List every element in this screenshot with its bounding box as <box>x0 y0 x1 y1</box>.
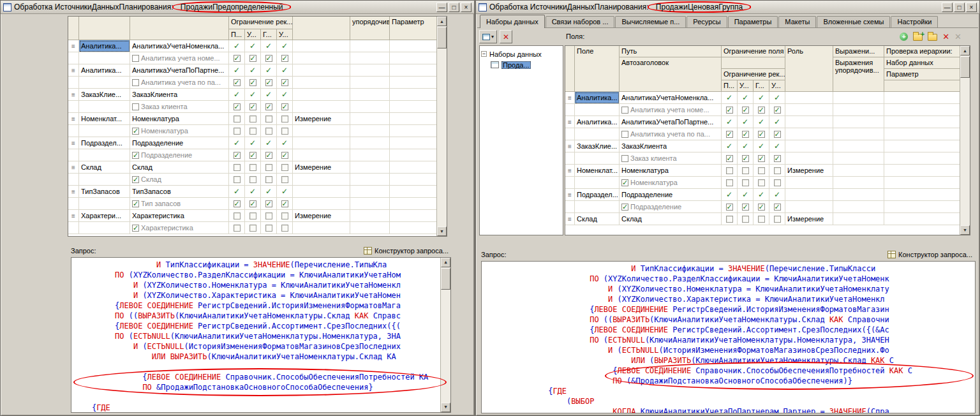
order-expression-cell[interactable] <box>350 161 390 174</box>
query-builder-link[interactable]: Конструктор запроса... <box>887 251 972 258</box>
order-expression-cell[interactable] <box>833 92 884 104</box>
restriction-checkbox[interactable]: ✓ <box>277 186 293 198</box>
order-expression-cell[interactable] <box>833 128 884 140</box>
parameter-cell[interactable] <box>390 89 436 101</box>
restriction-checkbox[interactable]: ✓ <box>754 140 769 152</box>
restriction-checkbox[interactable]: ✓ <box>261 89 277 101</box>
field-row[interactable]: ≡СкладСкладИзмерение <box>68 161 436 174</box>
restriction-checkbox[interactable] <box>722 165 738 177</box>
parameter-cell[interactable] <box>884 128 960 140</box>
restriction-checkbox[interactable]: ✓ <box>722 140 738 152</box>
restriction-checkbox[interactable]: ✓ <box>754 152 769 165</box>
restriction-checkbox[interactable]: ✓ <box>277 77 293 89</box>
restriction-checkbox[interactable]: ✓ <box>229 52 245 64</box>
restriction-checkbox[interactable]: ✓ <box>229 77 245 89</box>
restriction-checkbox[interactable] <box>769 165 785 177</box>
restriction-checkbox[interactable] <box>261 125 277 137</box>
autotitle-checkbox[interactable]: ✓ <box>621 204 628 211</box>
path-cell[interactable]: АналитикаУчетаПоПартне... <box>130 64 229 77</box>
parameter-cell[interactable] <box>390 64 436 77</box>
path-cell[interactable]: АналитикаУчетаНоменкла... <box>130 40 229 52</box>
restriction-checkbox[interactable]: ✓ <box>722 92 738 104</box>
restriction-checkbox[interactable]: ✓ <box>754 201 769 213</box>
field-name-cell[interactable] <box>575 201 620 213</box>
parameter-cell[interactable] <box>884 104 960 116</box>
restriction-checkbox[interactable] <box>277 174 293 186</box>
autotitle-row[interactable]: ✓Подразделение✓✓✓✓ <box>68 149 436 161</box>
restriction-checkbox[interactable]: ✓ <box>277 89 293 101</box>
restriction-checkbox[interactable]: ✓ <box>245 198 261 210</box>
field-name-cell[interactable]: Аналитика... <box>575 92 620 104</box>
restriction-checkbox[interactable]: ✓ <box>754 189 769 201</box>
path-cell[interactable]: Подразделение <box>130 137 229 149</box>
field-name-cell[interactable] <box>79 125 130 137</box>
order-expression-cell[interactable] <box>350 64 390 77</box>
restriction-checkbox[interactable]: ✓ <box>769 92 785 104</box>
field-name-cell[interactable] <box>79 222 130 234</box>
restriction-checkbox[interactable]: ✓ <box>738 189 754 201</box>
minimize-button[interactable]: — <box>942 3 953 12</box>
restriction-checkbox[interactable]: ✓ <box>722 116 738 128</box>
field-name-cell[interactable] <box>575 104 620 116</box>
restriction-checkbox[interactable]: ✓ <box>261 64 277 77</box>
table-scrollbar[interactable]: ▲ ▼ <box>960 46 970 235</box>
restriction-checkbox[interactable]: ✓ <box>245 101 261 113</box>
parameter-cell[interactable] <box>884 92 960 104</box>
autotitle-cell[interactable]: ✓Номенклатура <box>130 125 229 137</box>
path-cell[interactable]: Подразделение <box>620 189 722 201</box>
path-cell[interactable]: АналитикаУчетаПоПартне... <box>620 116 722 128</box>
restriction-checkbox[interactable] <box>245 174 261 186</box>
restriction-checkbox[interactable]: ✓ <box>722 189 738 201</box>
order-expression-cell[interactable] <box>350 210 390 222</box>
restriction-checkbox[interactable] <box>245 113 261 125</box>
parameter-cell[interactable] <box>390 101 436 113</box>
order-expression-cell[interactable] <box>833 104 884 116</box>
order-expression-cell[interactable] <box>350 113 390 125</box>
restriction-checkbox[interactable]: ✓ <box>769 189 785 201</box>
role-cell[interactable]: Измерение <box>785 213 833 225</box>
parameter-cell[interactable] <box>884 201 960 213</box>
restriction-checkbox[interactable] <box>769 213 785 225</box>
role-cell[interactable] <box>293 198 350 210</box>
restriction-checkbox[interactable] <box>245 125 261 137</box>
role-cell[interactable]: Измерение <box>293 161 350 174</box>
field-name-cell[interactable]: Склад <box>79 161 130 174</box>
autotitle-cell[interactable]: ✓Подразделение <box>620 201 722 213</box>
minimize-button[interactable]: — <box>436 3 447 12</box>
field-name-cell[interactable]: Номенклат... <box>79 113 130 125</box>
restriction-checkbox[interactable] <box>245 210 261 222</box>
restriction-checkbox[interactable]: ✓ <box>245 64 261 77</box>
order-expression-cell[interactable] <box>350 52 390 64</box>
right-titlebar[interactable]: Обработка ИсточникиДанныхПланирования: П… <box>476 1 979 14</box>
autotitle-cell[interactable]: Аналитика учета номе... <box>130 52 229 64</box>
restriction-checkbox[interactable]: ✓ <box>229 137 245 149</box>
restriction-checkbox[interactable]: ✓ <box>261 149 277 161</box>
restriction-checkbox[interactable] <box>277 222 293 234</box>
restriction-checkbox[interactable]: ✓ <box>722 128 738 140</box>
field-row[interactable]: ≡Аналитика...АналитикаУчетаПоПартне...✓✓… <box>565 116 960 128</box>
role-cell[interactable]: Измерение <box>293 210 350 222</box>
restriction-checkbox[interactable]: ✓ <box>754 128 769 140</box>
order-expression-cell[interactable] <box>833 177 884 189</box>
path-cell[interactable]: ТипЗапасов <box>130 186 229 198</box>
field-name-cell[interactable] <box>79 52 130 64</box>
autotitle-cell[interactable]: ✓Номенклатура <box>620 177 722 189</box>
delete-field-icon[interactable]: ✕ <box>942 33 949 41</box>
autotitle-checkbox[interactable] <box>621 107 628 114</box>
autotitle-checkbox[interactable] <box>621 131 628 138</box>
autotitle-checkbox[interactable]: ✓ <box>132 176 139 183</box>
restriction-checkbox[interactable]: ✓ <box>245 137 261 149</box>
autotitle-row[interactable]: ✓Номенклатура <box>565 177 960 189</box>
order-expression-cell[interactable] <box>350 198 390 210</box>
autotitle-checkbox[interactable] <box>132 79 139 86</box>
add-folder-icon[interactable] <box>913 34 923 41</box>
restriction-checkbox[interactable]: ✓ <box>277 52 293 64</box>
restriction-checkbox[interactable]: ✓ <box>738 104 754 116</box>
field-name-cell[interactable] <box>575 128 620 140</box>
restriction-checkbox[interactable] <box>754 165 769 177</box>
role-cell[interactable] <box>293 174 350 186</box>
restriction-checkbox[interactable] <box>738 165 754 177</box>
parameter-cell[interactable] <box>390 198 436 210</box>
role-cell[interactable] <box>293 149 350 161</box>
tree-node-dataset[interactable]: Прода... <box>481 59 561 70</box>
